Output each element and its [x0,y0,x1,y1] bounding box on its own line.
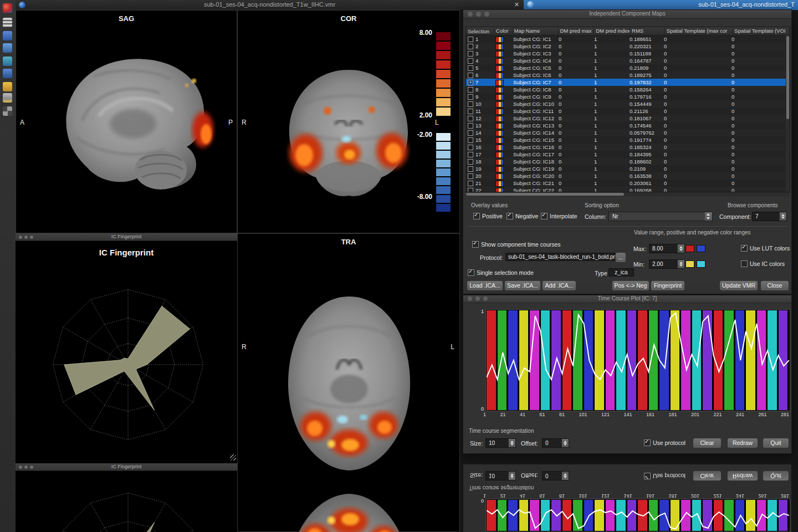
stepper-arrows-icon[interactable] [508,472,515,480]
table-row[interactable]: 14Subject CG: IC14010.057976200 [466,129,790,136]
fingerprint-window-titlebar[interactable]: IC Fingerprint [16,463,237,471]
negative-color-swatch[interactable] [697,245,705,252]
checkbox-icon[interactable] [541,213,548,219]
mesh-icon[interactable] [3,57,12,66]
fingerprint-button[interactable]: Fingerprint [651,280,685,291]
table-row[interactable]: 17Subject CG: IC17010.18439500 [466,151,790,158]
table-row[interactable]: 9Subject CG: IC9010.17971600 [466,93,790,100]
table-row[interactable]: 21Subject CG: IC21010.20306100 [466,180,790,187]
icm-titlebar[interactable]: Independent Component Maps [463,10,791,19]
checkbox-icon[interactable] [472,241,479,248]
interpolate-checkbox[interactable]: Interpolate [541,213,577,219]
use-protocol-checkbox[interactable]: Use protocol [644,473,686,479]
use-lut-checkbox[interactable]: Use LUT colors [741,245,790,252]
component-table-header[interactable]: Selection Color Map Name DM pred max DM … [466,27,790,35]
table-row[interactable]: 19Subject CG: IC19010.210900 [466,165,790,172]
update-vmr-button[interactable]: Update VMR [719,280,758,291]
add-ica-button[interactable]: Add .ICA... [542,280,576,291]
transparency-icon[interactable] [3,106,12,116]
table-row[interactable]: 6Subject CG: IC6010.18927500 [466,71,790,79]
table-row[interactable]: 15Subject CG: IC15010.19177400 [466,136,790,144]
min-spinner[interactable]: 2.00 [649,259,685,269]
save-ica-button[interactable]: Save .ICA... [504,280,541,291]
table-row[interactable]: 2Subject CG: IC2010.22032100 [466,43,790,50]
table-row[interactable]: 20Subject CG: IC20010.16353800 [466,172,790,180]
checkbox-icon[interactable] [468,269,474,276]
resize-grip-icon[interactable] [230,454,236,461]
table-row[interactable]: 11Subject CG: IC11010.2112600 [466,108,790,115]
stepper-arrows-icon[interactable] [561,472,569,480]
table-row[interactable]: 16Subject CG: IC16010.18532400 [466,144,790,151]
dropdown-arrows-icon[interactable] [705,212,712,221]
size-spinner[interactable]: 10 [485,438,516,448]
offset-spinner[interactable]: 0 [542,438,569,448]
table-row[interactable]: 10Subject CG: IC10010.15444900 [466,100,790,108]
redraw-button[interactable]: Redraw [727,470,758,481]
stepper-arrows-icon[interactable] [561,439,569,447]
max-spinner[interactable]: 8.00 [649,244,685,253]
show-time-courses-checkbox[interactable]: Show component time courses [472,241,561,248]
quit-button[interactable]: Quit [763,470,789,481]
checkbox-icon[interactable] [473,213,480,219]
table-row[interactable]: 13Subject CG: IC13010.17454600 [466,122,790,129]
use-ic-colors-checkbox[interactable]: Use IC colors [741,260,785,267]
checkbox-icon[interactable] [644,473,651,479]
clear-button[interactable]: Clear [693,438,722,448]
table-row[interactable]: 1Subject CG: IC1010.18865100 [466,35,790,43]
min-label: Min: [633,261,644,268]
close-icon[interactable]: ✕ [514,1,519,8]
table-row[interactable]: 12Subject CG: IC12010.18106700 [466,115,790,122]
table-vertical-scrollbar[interactable] [786,35,790,192]
close-button[interactable]: Close [760,280,789,291]
negative-low-color-swatch[interactable] [697,260,705,268]
pos-neg-button[interactable]: Pos <-> Neg [612,280,649,291]
load-ica-button[interactable]: Load .ICA... [467,280,503,291]
positive-low-color-swatch[interactable] [686,260,694,268]
checkbox-icon[interactable] [741,245,748,252]
sag-view[interactable]: SAG A P [16,10,237,233]
checkbox-icon[interactable] [507,213,513,219]
table-row[interactable]: 5Subject CG: IC5010.2180900 [466,64,790,71]
protocol-field[interactable]: sub-01_ses-04_task-blocked_run-1_bold.pr… [505,253,617,261]
tra-view[interactable]: TRA R L [237,233,460,532]
fingerprint-window-titlebar[interactable]: IC Fingerprint [16,233,237,241]
stepper-arrows-icon[interactable] [677,260,684,268]
type-field[interactable]: z_ica [608,268,634,277]
component-spinner[interactable]: 7 [752,212,787,221]
cor-view[interactable]: COR R L 8.00 2.00 -2.00 -8.00 [237,10,460,233]
stepper-arrows-icon[interactable] [779,212,786,221]
table-row[interactable]: 18Subject CG: IC18010.18860200 [466,158,790,165]
negative-checkbox[interactable]: Negative [507,213,538,219]
surface-icon[interactable] [3,69,12,78]
volume-box-icon[interactable] [3,31,12,40]
table-horizontal-scrollbar[interactable] [466,192,789,196]
offset-spinner[interactable]: 0 [542,471,569,480]
protocol-browse-button[interactable]: ... [615,252,626,263]
lut-color-swatch [495,159,504,165]
checkbox-icon[interactable] [644,439,651,446]
table-row[interactable]: +7Subject CG: IC7010.19783200 [466,79,790,86]
table-row[interactable]: 3Subject CG: IC3010.15118800 [466,50,790,57]
stepper-arrows-icon[interactable] [508,439,515,447]
table-row[interactable]: 4Subject CG: IC4010.16478700 [466,57,790,64]
redraw-button[interactable]: Redraw [727,438,758,448]
grid-view-icon[interactable] [3,18,12,27]
tc-titlebar[interactable]: Time Course Plot [IC: 7] [463,295,791,303]
stepper-arrows-icon[interactable] [677,244,684,253]
table-row[interactable]: 8Subject CG: IC8010.15826400 [466,86,790,93]
app-icon[interactable] [3,3,12,13]
sort-column-dropdown[interactable]: Nr [608,212,713,221]
folder-icon[interactable] [3,82,12,91]
single-selection-checkbox[interactable]: Single selection mode [468,269,534,276]
quit-button[interactable]: Quit [763,438,789,448]
clear-button[interactable]: Clear [693,470,722,481]
fingerprint-window[interactable]: IC Fingerprint IC Fingerprint [16,233,237,462]
use-protocol-checkbox[interactable]: Use protocol [644,439,686,446]
size-spinner[interactable]: 10 [485,471,516,480]
snapshot-icon[interactable] [3,93,12,103]
background-window-titlebar[interactable]: sub-01_ses-04_acq-nondistorted_T [524,0,798,11]
slice-box-icon[interactable] [3,43,12,53]
checkbox-icon[interactable] [741,260,748,267]
positive-checkbox[interactable]: Positive [473,213,503,219]
positive-color-swatch[interactable] [686,245,694,252]
